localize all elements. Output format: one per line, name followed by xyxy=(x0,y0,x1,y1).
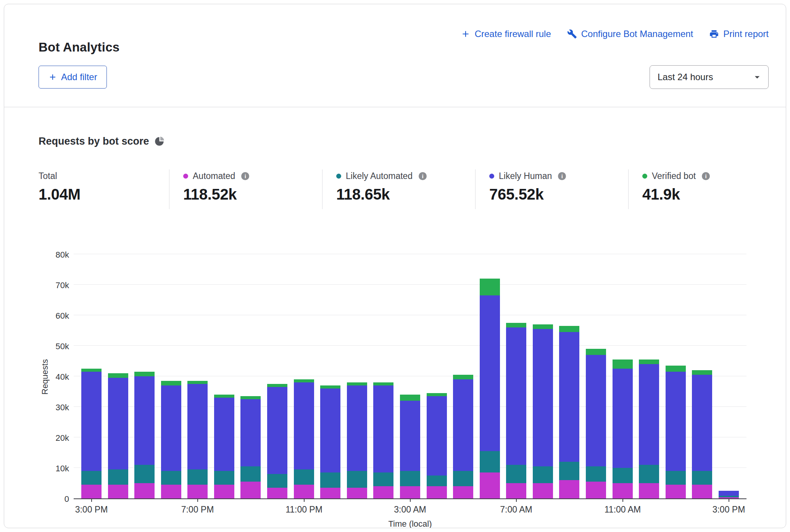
bar-segment-likely-automated xyxy=(240,466,261,482)
stacked-bar[interactable] xyxy=(294,379,314,498)
stacked-bar[interactable] xyxy=(134,372,155,498)
x-tick-mark xyxy=(91,498,92,502)
action-label: Configure Bot Management xyxy=(581,29,693,39)
bar-segment-likely-human xyxy=(267,387,287,474)
stacked-bar[interactable] xyxy=(187,381,208,498)
stacked-bar[interactable] xyxy=(506,323,526,498)
stacked-bar[interactable] xyxy=(108,373,128,498)
bar-segment-likely-human xyxy=(427,396,447,476)
bar-segment-likely-human xyxy=(559,332,579,462)
stacked-bar[interactable] xyxy=(161,381,181,498)
bar-segment-likely-human xyxy=(161,385,181,471)
y-tick-label: 0 xyxy=(64,494,69,504)
y-tick-label: 40k xyxy=(56,372,69,382)
bar-segment-likely-automated xyxy=(267,474,287,488)
bar-segment-automated xyxy=(613,483,633,498)
bar-segment-likely-automated xyxy=(373,472,393,486)
x-tick-label: 11:00 AM xyxy=(605,505,641,515)
stacked-bar[interactable] xyxy=(533,324,553,498)
time-range-value: Last 24 hours xyxy=(658,72,713,82)
stacked-bar[interactable] xyxy=(586,349,606,498)
section-title: Requests by bot score xyxy=(39,135,149,147)
stacked-bar[interactable] xyxy=(373,382,393,498)
create-firewall-rule-link[interactable]: Create firewall rule xyxy=(461,29,551,39)
x-axis-labels: 3:00 PM7:00 PM11:00 PM3:00 AM7:00 AM11:0… xyxy=(74,505,746,515)
bar-segment-verified-bot xyxy=(81,369,102,372)
bar-segment-likely-human xyxy=(453,379,473,471)
bar-segment-verified-bot xyxy=(294,379,314,382)
bar-segment-verified-bot xyxy=(240,396,261,399)
stacked-bar[interactable] xyxy=(214,395,234,498)
stacked-bar[interactable] xyxy=(719,491,739,498)
bar-segment-likely-human xyxy=(294,382,314,469)
bar-segment-verified-bot xyxy=(639,360,659,364)
stacked-bar[interactable] xyxy=(559,326,579,498)
stat-likely-automated: Likely Automated 118.65k xyxy=(322,169,475,209)
action-label: Create firewall rule xyxy=(475,29,551,39)
stacked-bar[interactable] xyxy=(400,395,420,498)
stacked-bar[interactable] xyxy=(480,279,500,498)
add-filter-button[interactable]: Add filter xyxy=(39,66,107,89)
bar-segment-likely-human xyxy=(480,295,500,451)
y-tick-label: 10k xyxy=(56,464,69,474)
stacked-bar[interactable] xyxy=(666,366,686,498)
bar-segment-verified-bot xyxy=(187,381,208,384)
bars-container xyxy=(74,255,746,498)
plus-icon xyxy=(48,73,57,82)
info-icon[interactable] xyxy=(241,172,249,180)
stat-label: Likely Human xyxy=(499,171,552,181)
time-range-select[interactable]: Last 24 hours xyxy=(650,65,769,89)
likely-human-legend-dot xyxy=(489,174,494,179)
bar-segment-likely-automated xyxy=(692,471,712,485)
bar-segment-verified-bot xyxy=(586,349,606,355)
bar-segment-automated xyxy=(427,486,447,498)
bar-segment-likely-human xyxy=(400,401,420,471)
bar-segment-likely-human xyxy=(639,364,659,465)
bar-segment-verified-bot xyxy=(267,384,287,387)
bar-segment-likely-automated xyxy=(187,469,208,485)
bar-segment-likely-human xyxy=(214,398,234,471)
x-tick-mark xyxy=(197,498,198,502)
info-icon[interactable] xyxy=(558,172,566,180)
stacked-bar[interactable] xyxy=(427,393,447,498)
print-report-link[interactable]: Print report xyxy=(709,29,769,39)
x-tick-label: 3:00 PM xyxy=(713,505,745,515)
bar-segment-likely-automated xyxy=(400,471,420,486)
stat-label: Likely Automated xyxy=(346,171,413,181)
bar-segment-likely-human xyxy=(81,372,102,471)
stacked-bar[interactable] xyxy=(240,396,261,498)
stacked-bar[interactable] xyxy=(81,369,102,498)
automated-legend-dot xyxy=(183,174,188,179)
bar-segment-verified-bot xyxy=(506,323,526,327)
bar-segment-likely-automated xyxy=(427,476,447,486)
bar-segment-verified-bot xyxy=(427,393,447,396)
stacked-bar[interactable] xyxy=(453,375,473,498)
stat-value: 118.65k xyxy=(336,186,475,203)
stacked-bar[interactable] xyxy=(613,360,633,498)
bar-segment-verified-bot xyxy=(320,385,340,389)
y-tick-label: 70k xyxy=(56,281,69,290)
stacked-bar[interactable] xyxy=(347,382,367,498)
bar-segment-verified-bot xyxy=(108,373,128,378)
stacked-bar[interactable] xyxy=(639,360,659,498)
stacked-bar[interactable] xyxy=(320,385,340,498)
bar-segment-likely-human xyxy=(692,375,712,471)
bar-segment-likely-human xyxy=(320,389,340,472)
bar-segment-likely-human xyxy=(613,369,633,468)
stats-row: Total 1.04M Automated 118.52k Likely Aut… xyxy=(39,169,746,209)
stacked-bar[interactable] xyxy=(267,384,287,498)
bar-segment-verified-bot xyxy=(559,326,579,332)
info-icon[interactable] xyxy=(702,172,710,180)
bar-segment-likely-human xyxy=(240,399,261,466)
x-tick-label: 11:00 PM xyxy=(285,505,322,515)
configure-bot-management-link[interactable]: Configure Bot Management xyxy=(567,29,693,39)
pie-chart-icon xyxy=(155,137,164,146)
bar-segment-verified-bot xyxy=(347,382,367,385)
bar-segment-likely-automated xyxy=(347,471,367,488)
bar-segment-automated xyxy=(559,480,579,498)
bar-segment-likely-automated xyxy=(506,465,526,483)
card-header: Bot Analytics Create firewall rule Confi… xyxy=(4,4,786,107)
stacked-bar[interactable] xyxy=(692,370,712,498)
info-icon[interactable] xyxy=(419,172,427,180)
header-actions: Create firewall rule Configure Bot Manag… xyxy=(461,29,769,39)
